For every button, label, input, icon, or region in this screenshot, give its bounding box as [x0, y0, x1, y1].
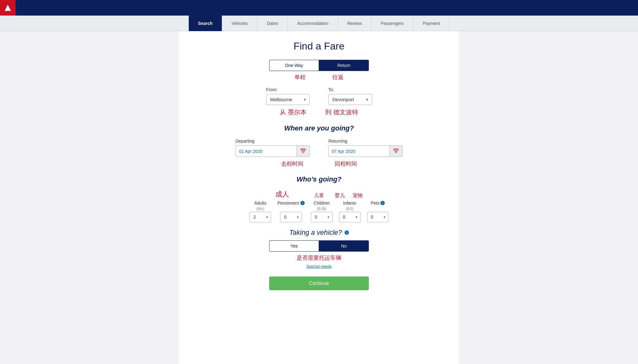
pensioners-select-wrapper: 0 1 2 [280, 212, 302, 222]
returning-label: Returning [328, 139, 402, 144]
step-passengers[interactable]: Passengers [371, 16, 413, 31]
departing-input-wrapper: 📅 [236, 145, 310, 157]
continue-button[interactable]: Continue [269, 277, 369, 290]
children-sublabel: (3-15) [317, 207, 326, 210]
children-label-wrap: Children [313, 201, 330, 206]
infants-select-wrapper: 0 1 2 [339, 212, 361, 222]
adults-select[interactable]: 0 1 2 3 4 [249, 212, 271, 222]
adults-select-wrapper: 0 1 2 3 4 [249, 212, 271, 222]
from-select[interactable]: Melbourne Devonport [266, 94, 310, 105]
to-select[interactable]: Devonport Melbourne [328, 94, 372, 105]
trip-type-toggle: One Way Return [185, 60, 453, 71]
infants-label: Infants [343, 201, 356, 206]
adults-group: Adults (16+) 0 1 2 3 4 [249, 201, 271, 222]
pensioners-select[interactable]: 0 1 2 [280, 212, 302, 222]
adults-label: Adults [254, 201, 266, 206]
trip-type-chinese: 单程 往返 [185, 73, 453, 81]
svg-marker-0 [5, 5, 11, 11]
infants-sublabel: (0-2) [346, 207, 353, 210]
departing-label: Departing [236, 139, 310, 144]
step-search[interactable]: Search [188, 16, 222, 31]
adults-sublabel: (16+) [256, 207, 264, 210]
step-review[interactable]: Review [338, 16, 371, 31]
from-to-section: From: Melbourne Devonport To: Devonport … [185, 87, 453, 105]
vehicle-toggle: Yes No [185, 240, 453, 252]
step-accommodation[interactable]: Accommodation [288, 16, 338, 31]
infants-label-wrap: Infants [343, 201, 356, 206]
pensioners-label: Pensioners [277, 201, 299, 206]
pets-label: Pets [371, 201, 379, 206]
departing-calendar-icon[interactable]: 📅 [297, 146, 309, 157]
to-group: To: Devonport Melbourne [328, 87, 372, 105]
children-select-wrapper: 0 1 2 [311, 212, 333, 222]
from-label: From: [266, 87, 310, 92]
top-bar [0, 0, 638, 16]
vehicle-yes-button[interactable]: Yes [269, 240, 319, 252]
dates-section-title: When are you going? [185, 124, 453, 132]
from-group: From: Melbourne Devonport [266, 87, 310, 105]
to-label: To: [328, 87, 372, 92]
one-way-button[interactable]: One Way [269, 60, 319, 71]
pets-select-wrapper: 0 1 2 [367, 212, 389, 222]
return-button[interactable]: Return [319, 60, 369, 71]
step-dates[interactable]: Dates [257, 16, 288, 31]
returning-chinese: 回程时间 [335, 160, 357, 168]
from-chinese: 从 墨尔本 [280, 108, 307, 116]
dates-chinese: 去程时间 回程时间 [185, 160, 453, 168]
passengers-section: Adults (16+) 0 1 2 3 4 Pensioners i [185, 201, 453, 222]
returning-input[interactable] [329, 146, 389, 156]
to-chinese: 到 德文波特 [325, 108, 358, 116]
from-to-chinese: 从 墨尔本 到 德文波特 [185, 108, 453, 116]
children-chinese-label: 儿童 [314, 192, 324, 199]
logo [0, 0, 16, 16]
infants-chinese-label: 婴儿 [335, 192, 345, 199]
step-vehicles[interactable]: Vehicles [222, 16, 257, 31]
pets-select[interactable]: 0 1 2 [367, 212, 389, 222]
children-chinese-placeholder [292, 193, 293, 199]
vehicle-no-button[interactable]: No [319, 240, 369, 252]
departing-input[interactable] [236, 146, 297, 156]
departing-group: Departing 📅 [236, 139, 310, 157]
pets-group: Pets i 0 1 2 [367, 201, 389, 222]
pensioners-info-icon[interactable]: i [300, 201, 305, 205]
vehicle-heading: Taking a vehicle? i [289, 229, 349, 237]
departing-chinese: 去程时间 [281, 160, 303, 168]
one-way-chinese: 单程 [294, 74, 306, 80]
vehicle-info-icon[interactable]: i [345, 230, 349, 235]
step-payment[interactable]: Payment [413, 16, 450, 31]
returning-calendar-icon[interactable]: 📅 [389, 146, 402, 157]
to-select-wrapper: Devonport Melbourne [328, 94, 372, 105]
step-navigation: Search Vehicles Dates Accommodation Revi… [0, 16, 638, 31]
infants-group: Infants (0-2) 0 1 2 [339, 201, 361, 222]
date-section: Departing 📅 Returning 📅 [185, 139, 453, 157]
page-title: Find a Fare [185, 40, 453, 52]
infants-select[interactable]: 0 1 2 [339, 212, 361, 222]
main-content: Find a Fare One Way Return 单程 往返 From: M… [179, 31, 459, 364]
returning-group: Returning 📅 [328, 139, 402, 157]
return-chinese: 往返 [332, 74, 344, 80]
adults-chinese: 成人 [275, 190, 289, 199]
vehicle-chinese-label: 是否需要托运车辆 [185, 254, 453, 262]
from-select-wrapper: Melbourne Devonport [266, 94, 310, 105]
pets-chinese-label: 宠物 [353, 192, 363, 199]
vehicle-section: Taking a vehicle? i Yes No 是否需要托运车辆 Spec… [185, 229, 453, 269]
children-label: Children [313, 201, 330, 206]
pensioners-group: Pensioners i 0 1 2 [277, 201, 304, 222]
adults-label-wrap: Adults [254, 201, 266, 206]
pets-label-wrap: Pets i [371, 201, 385, 206]
children-group: Children (3-15) 0 1 2 [311, 201, 333, 222]
returning-input-wrapper: 📅 [328, 145, 402, 157]
children-select[interactable]: 0 1 2 [311, 212, 333, 222]
passengers-section-title: Who's going? [185, 175, 453, 183]
special-needs-link[interactable]: Special needs [185, 264, 453, 269]
pensioners-label-wrap: Pensioners i [277, 201, 304, 206]
pets-info-icon[interactable]: i [380, 201, 385, 205]
